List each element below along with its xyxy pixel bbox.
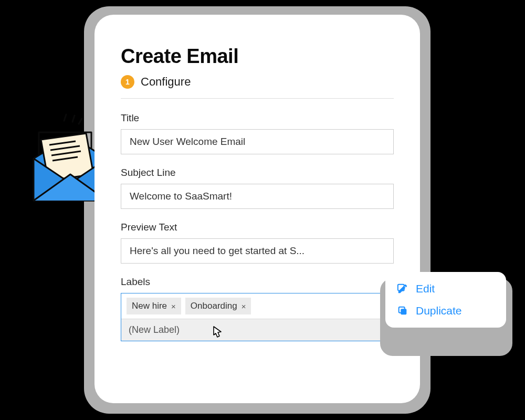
labels-input-box[interactable]: New hire × Onboarding × (New Label)	[121, 293, 394, 341]
new-label-text: (New Label)	[129, 324, 180, 335]
pointer-cursor-icon	[209, 326, 224, 341]
close-icon[interactable]: ×	[171, 302, 176, 311]
tags-row: New hire × Onboarding ×	[121, 293, 393, 319]
preview-field-group: Preview Text	[121, 222, 394, 264]
subject-label: Subject Line	[121, 167, 394, 178]
step-number-badge: 1	[121, 75, 134, 89]
create-email-card: Create Email 1 Configure Title Subject L…	[94, 15, 420, 403]
duplicate-menu-item[interactable]: Duplicate	[397, 304, 495, 317]
svg-line-1	[72, 116, 75, 122]
divider	[121, 98, 394, 99]
title-field-group: Title	[121, 112, 394, 154]
labels-label: Labels	[121, 276, 394, 288]
labels-field-group: Labels New hire × Onboarding × (New Labe…	[121, 276, 394, 341]
label-tag[interactable]: Onboarding ×	[185, 298, 251, 314]
tag-text: Onboarding	[191, 301, 237, 311]
svg-rect-12	[401, 309, 406, 314]
subject-field-group: Subject Line	[121, 167, 394, 209]
close-icon[interactable]: ×	[242, 302, 246, 311]
label-tag[interactable]: New hire ×	[127, 298, 181, 314]
edit-label: Edit	[416, 282, 435, 295]
context-menu: Edit Duplicate	[385, 272, 506, 328]
edit-menu-item[interactable]: Edit	[397, 282, 495, 295]
edit-icon	[397, 283, 408, 295]
title-label: Title	[121, 112, 394, 124]
title-input[interactable]	[121, 129, 394, 154]
duplicate-icon	[397, 305, 408, 317]
step-label: Configure	[141, 75, 191, 89]
tag-text: New hire	[132, 301, 167, 311]
page-title: Create Email	[121, 45, 394, 68]
preview-label: Preview Text	[121, 222, 394, 233]
subject-input[interactable]	[121, 184, 394, 209]
svg-line-2	[79, 119, 82, 124]
duplicate-label: Duplicate	[416, 304, 462, 317]
new-label-option[interactable]: (New Label)	[121, 319, 393, 341]
svg-line-0	[64, 114, 66, 121]
preview-input[interactable]	[121, 238, 394, 264]
step-indicator: 1 Configure	[121, 75, 394, 89]
